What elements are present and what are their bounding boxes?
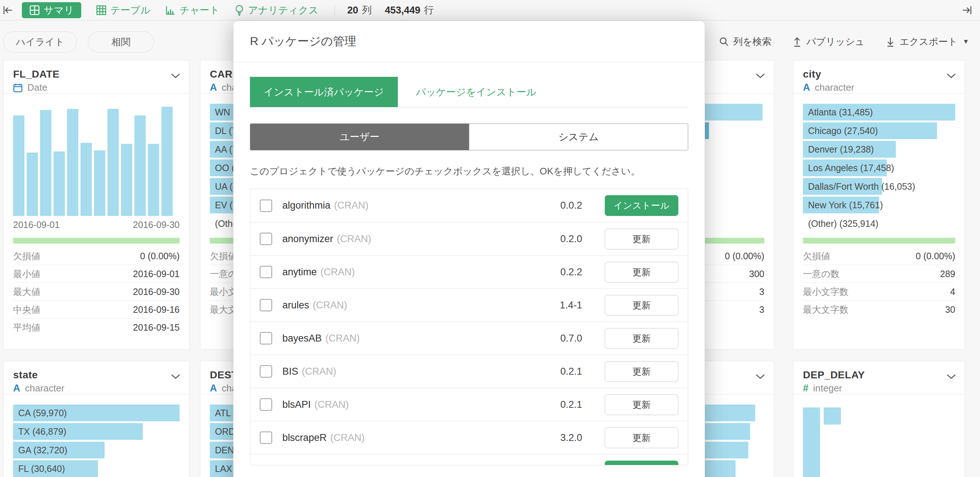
tab-chart-label: チャート [180,4,220,17]
stat-label: 最大値 [13,286,40,298]
collapse-left-icon[interactable] [0,2,17,18]
package-source: (CRAN) [313,300,348,311]
histogram-bar[interactable] [54,151,65,216]
package-name: BIS [282,366,298,377]
package-checkbox[interactable] [260,266,272,278]
stat-value: 2016-09-15 [133,322,180,333]
character-type-icon: A [13,383,21,394]
chevron-down-icon[interactable] [756,73,765,79]
chevron-down-icon[interactable] [756,374,765,379]
package-version: 3.2.0 [535,432,582,444]
histogram-bar[interactable] [94,150,105,216]
stat-value: 0 (0.00%) [725,251,764,261]
package-checkbox[interactable] [260,398,272,411]
category-bar-row[interactable]: Denver (19,238) [803,141,955,157]
category-bar-row[interactable]: TX (46,879) [13,423,180,440]
package-checkbox[interactable] [260,431,272,444]
package-checkbox[interactable] [260,200,272,212]
card-type-label: Date [27,82,47,93]
stat-row: 最大値2016-09-30 [13,283,180,301]
r-package-manager-dialog: R パッケージの管理 インストール済パッケージ パッケージをインストール ユーザ… [233,21,705,477]
chevron-down-icon[interactable] [171,73,180,79]
chevron-down-icon[interactable] [947,374,956,379]
package-version: 0.2.0 [535,234,582,245]
category-bar-label: DEN [215,442,234,458]
category-bar-row[interactable]: Chicago (27,540) [803,122,955,139]
update-button[interactable]: 更新 [605,229,678,250]
search-columns-button[interactable]: 列を検索 [719,35,772,48]
tab-summary[interactable]: サマリ [22,2,81,18]
tab-chart[interactable]: チャート [165,4,220,17]
update-button[interactable]: 更新 [605,262,678,283]
package-checkbox[interactable] [260,365,272,378]
install-button[interactable]: インストール [605,461,678,466]
tab-installed-packages[interactable]: インストール済パッケージ [250,77,398,107]
category-bar-row[interactable]: New York (15,761) [803,197,955,213]
tab-install-packages[interactable]: パッケージをインストール [402,77,550,107]
package-version: 1.4-1 [535,300,582,311]
package-checkbox[interactable] [260,233,272,245]
histogram-bar[interactable] [13,115,24,216]
numeric-histogram [803,407,955,477]
category-bar-row[interactable]: Los Angeles (17,458) [803,159,955,176]
column-card-state: state A character CA (59,970)TX (46,879)… [3,361,189,477]
character-type-icon: A [210,82,217,93]
update-button[interactable]: 更新 [605,428,678,448]
chevron-down-icon[interactable] [947,73,956,79]
category-bars: CA (59,970)TX (46,879)GA (32,720)FL (30,… [13,405,180,477]
histogram-bar[interactable] [121,144,132,216]
publish-button[interactable]: パブリッシュ [792,35,864,48]
package-checkbox[interactable] [260,332,272,345]
package-row: bayesAB(CRAN)0.7.0更新 [250,321,688,355]
segment-user[interactable]: ユーザー [250,124,469,150]
tab-table[interactable]: テーブル [96,4,150,17]
chart-icon [165,5,176,16]
histogram-bar[interactable] [40,110,51,216]
stat-value: 2016-09-30 [133,286,180,297]
stat-value: 2016-09-01 [133,269,180,279]
stat-label: 欠損値 [803,250,830,262]
stat-row: 欠損値0 (0.00%) [803,247,955,265]
category-bar-row[interactable]: (Other) (325,914) [803,215,955,232]
histogram-bar[interactable] [107,109,119,216]
highlight-button[interactable]: ハイライト [3,31,77,52]
update-button[interactable]: 更新 [605,361,678,382]
histogram-bar[interactable] [148,144,159,216]
dialog-title: R パッケージの管理 [250,33,356,49]
toolbar-divider [334,5,335,16]
histogram-bar[interactable] [27,153,38,216]
character-type-icon: A [210,383,217,394]
x-axis-max-label: 2016-09-30 [133,219,180,230]
correlation-label: 相関 [111,36,130,48]
category-bar-label: Denver (19,238) [808,141,874,157]
package-name: bayesAB [282,333,322,344]
package-tabs: インストール済パッケージ パッケージをインストール [250,77,688,107]
category-bar-row[interactable]: Dallas/Fort Worth (16,053) [803,178,955,195]
histogram-bar[interactable] [134,115,146,216]
category-bar-label: (Other) (325,914) [808,215,878,232]
histogram-bar[interactable] [824,407,841,425]
stat-row: 中央値2016-09-16 [13,301,180,319]
export-button[interactable]: エクスポート ▼ [886,35,969,48]
install-button[interactable]: インストール [605,195,678,216]
segment-system[interactable]: システム [469,124,688,150]
histogram-bar[interactable] [67,109,78,216]
package-source: (CRAN) [337,234,372,245]
histogram-bar[interactable] [161,107,173,216]
package-checkbox[interactable] [260,299,272,311]
correlation-button[interactable]: 相関 [88,31,154,52]
tab-analytics[interactable]: アナリティクス [234,4,318,17]
category-bar-row[interactable]: Atlanta (31,485) [803,104,955,121]
chevron-down-icon[interactable] [171,374,180,379]
category-bar-label: TX (46,879) [18,423,66,440]
category-bar-row[interactable]: FL (30,640) [13,460,180,477]
summary-grid-icon [29,5,40,16]
update-button[interactable]: 更新 [605,295,678,316]
collapse-right-icon[interactable] [958,2,975,18]
category-bar-row[interactable]: CA (59,970) [13,405,180,421]
histogram-bar[interactable] [803,407,820,477]
histogram-bar[interactable] [81,143,92,216]
update-button[interactable]: 更新 [605,394,678,415]
update-button[interactable]: 更新 [605,328,678,349]
category-bar-row[interactable]: GA (32,720) [13,442,180,458]
